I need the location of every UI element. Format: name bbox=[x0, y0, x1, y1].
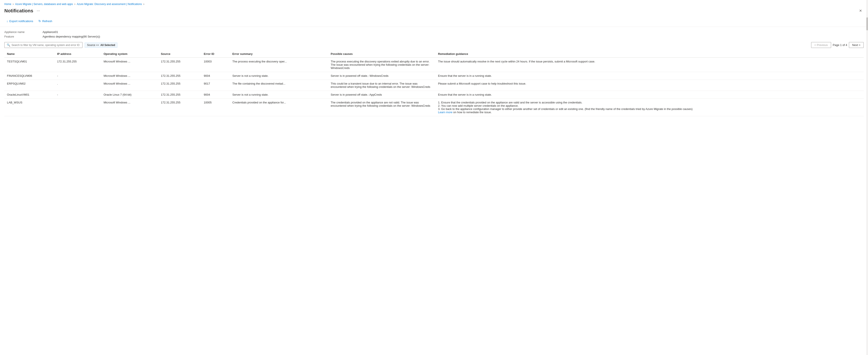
meta-section: Appliance name Appliance01 Feature Agent… bbox=[4, 30, 864, 38]
cell-source: 172.31.255.255 bbox=[158, 72, 201, 80]
breadcrumb-home[interactable]: Home bbox=[4, 3, 11, 6]
filters-bar: 🔍 Source == All Selected < Previous Page… bbox=[4, 42, 864, 48]
cell-ip bbox=[55, 99, 101, 116]
cell-name: FINANCESQLVM06 bbox=[4, 72, 55, 80]
scrollbar-track[interactable] bbox=[866, 0, 868, 355]
col-header-source: Source bbox=[158, 51, 201, 58]
col-header-error-summary: Error summary bbox=[230, 51, 328, 58]
search-input[interactable] bbox=[11, 43, 80, 46]
cell-source: 172.31.255.255 bbox=[158, 58, 201, 72]
cell-error-summary: Server is not a running state. bbox=[230, 72, 328, 80]
source-filter-tag[interactable]: Source == All Selected bbox=[85, 42, 117, 48]
cell-name: ERPSQLVM02 bbox=[4, 80, 55, 91]
col-header-error-id: Error ID bbox=[201, 51, 230, 58]
cell-os: Microsoft Windows ... bbox=[101, 72, 158, 80]
search-icon: 🔍 bbox=[7, 43, 10, 46]
refresh-button[interactable]: ↻ Refresh bbox=[36, 18, 55, 24]
breadcrumb-sep-2: > bbox=[74, 3, 75, 5]
more-options-button[interactable]: ··· bbox=[35, 8, 41, 13]
search-box[interactable]: 🔍 bbox=[4, 42, 83, 48]
col-header-remediation: Remediation guidance bbox=[435, 51, 864, 58]
cell-ip: 172.31.255.255 bbox=[55, 58, 101, 72]
pagination: < Previous Page 1 of 4 Next > bbox=[811, 42, 864, 48]
table-row: TESTSQLVM01 172.31.255.255 Microsoft Win… bbox=[4, 58, 864, 72]
cell-error-id: 9004 bbox=[201, 72, 230, 80]
cell-remediation: The issue should automatically resolve i… bbox=[435, 58, 864, 72]
breadcrumb-servers[interactable]: Azure Migrate | Servers, databases and w… bbox=[15, 3, 73, 6]
cell-os: Microsoft Windows ... bbox=[101, 80, 158, 91]
close-button[interactable]: ✕ bbox=[857, 8, 864, 14]
appliance-value: Appliance01 bbox=[42, 30, 864, 34]
breadcrumb-sep-1: > bbox=[12, 3, 14, 5]
cell-possible-causes: This could be a transient issue due to a… bbox=[328, 80, 435, 91]
refresh-label: Refresh bbox=[42, 20, 52, 23]
cell-ip: - bbox=[55, 72, 101, 80]
col-header-name: Name bbox=[4, 51, 55, 58]
table-row: OracleLinuxVM01 - Oracle Linux 7 (64-bit… bbox=[4, 91, 864, 99]
cell-error-id: 9004 bbox=[201, 91, 230, 99]
filter-prefix: Source == bbox=[87, 43, 99, 46]
cell-error-id: 10003 bbox=[201, 58, 230, 72]
cell-os: Oracle Linux 7 (64-bit) bbox=[101, 91, 158, 99]
table-row: LAB_WSUS Microsoft Windows ... 172.31.25… bbox=[4, 99, 864, 116]
cell-possible-causes: Server is in powered off state.: AppCred… bbox=[328, 91, 435, 99]
export-icon: ↓ bbox=[6, 19, 8, 23]
cell-remediation: Ensure that the server is in a running s… bbox=[435, 72, 864, 80]
table-row: ERPSQLVM02 . Microsoft Windows ... 172.3… bbox=[4, 80, 864, 91]
cell-os: Microsoft Windows ... bbox=[101, 58, 158, 72]
cell-source: 172.31.255.255 bbox=[158, 91, 201, 99]
cell-source: 172.31.255.255 bbox=[158, 99, 201, 116]
cell-error-summary: Server is not a running state. bbox=[230, 91, 328, 99]
col-header-ip: IP address bbox=[55, 51, 101, 58]
cell-error-summary: Credentials provided on the appliance fo… bbox=[230, 99, 328, 116]
notifications-table: Name IP address Operating system Source … bbox=[4, 51, 864, 116]
export-label: Export notifications bbox=[9, 20, 33, 23]
breadcrumb: Home > Azure Migrate | Servers, database… bbox=[0, 0, 868, 7]
cell-remediation: Please submit a Microsoft support case t… bbox=[435, 80, 864, 91]
page-info: Page 1 of 4 bbox=[833, 43, 847, 46]
table-row: FINANCESQLVM06 - Microsoft Windows ... 1… bbox=[4, 72, 864, 80]
toolbar: ↓ Export notifications ↻ Refresh bbox=[0, 16, 868, 27]
cell-error-id: 9017 bbox=[201, 80, 230, 91]
table-header: Name IP address Operating system Source … bbox=[4, 51, 864, 58]
next-button[interactable]: Next > bbox=[849, 42, 864, 48]
cell-possible-causes: The process executing the discovery oper… bbox=[328, 58, 435, 72]
cell-remediation: 1. Ensure that the credentials provided … bbox=[435, 99, 864, 116]
cell-ip: - bbox=[55, 91, 101, 99]
filter-value: All Selected bbox=[100, 43, 115, 46]
cell-remediation: Ensure that the server is in a running s… bbox=[435, 91, 864, 99]
feature-label: Feature bbox=[4, 35, 39, 38]
cell-error-summary: The process executing the discovery oper… bbox=[230, 58, 328, 72]
appliance-label: Appliance name bbox=[4, 30, 39, 34]
cell-os: Microsoft Windows ... bbox=[101, 99, 158, 116]
cell-name: LAB_WSUS bbox=[4, 99, 55, 116]
breadcrumb-sep-3: > bbox=[143, 3, 145, 5]
page-title: Notifications bbox=[4, 8, 33, 14]
cell-possible-causes: Server is in powered off state.: Windows… bbox=[328, 72, 435, 80]
table-body: TESTSQLVM01 172.31.255.255 Microsoft Win… bbox=[4, 58, 864, 116]
cell-name: OracleLinuxVM01 bbox=[4, 91, 55, 99]
refresh-icon: ↻ bbox=[38, 19, 41, 23]
cell-source: 172.31.255.255 bbox=[158, 80, 201, 91]
scrollbar-thumb[interactable] bbox=[866, 18, 868, 30]
page-header: Notifications ··· ✕ bbox=[0, 7, 868, 16]
cell-ip: . bbox=[55, 80, 101, 91]
col-header-os: Operating system bbox=[101, 51, 158, 58]
cell-error-summary: The file containing the discovered metad… bbox=[230, 80, 328, 91]
feature-value: Agentless dependency mapping(66 Server(s… bbox=[42, 35, 864, 38]
export-notifications-button[interactable]: ↓ Export notifications bbox=[4, 18, 35, 24]
content-area: Appliance name Appliance01 Feature Agent… bbox=[0, 27, 868, 120]
cell-possible-causes: The credentials provided on the applianc… bbox=[328, 99, 435, 116]
breadcrumb-notifications[interactable]: Azure Migrate: Discovery and assessment … bbox=[77, 3, 142, 6]
previous-button[interactable]: < Previous bbox=[811, 42, 831, 48]
cell-error-id: 10005 bbox=[201, 99, 230, 116]
cell-name: TESTSQLVM01 bbox=[4, 58, 55, 72]
col-header-possible-causes: Possible causes bbox=[328, 51, 435, 58]
learn-more-link[interactable]: Learn more bbox=[438, 110, 452, 114]
